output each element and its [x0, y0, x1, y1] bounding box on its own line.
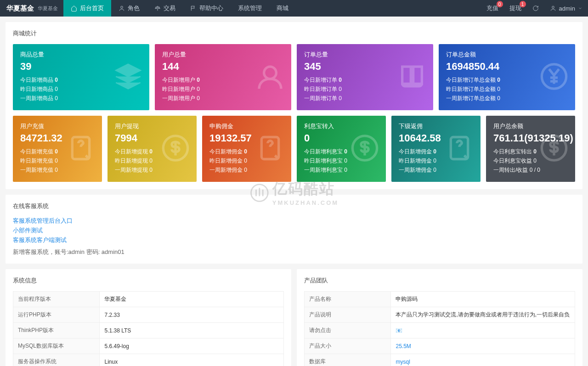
- kf-title: 在线客服系统: [13, 202, 575, 210]
- nav-tabs: 后台首页角色交易帮助中心系统管理商城: [63, 0, 296, 17]
- info-key: 产品说明: [305, 307, 391, 323]
- info-key: 产品名称: [305, 292, 391, 307]
- sysinfo-table: 当前程序版本华夏基金运行PHP版本7.2.33ThinkPHP版本5.1.38 …: [13, 291, 284, 366]
- book-icon: [397, 62, 427, 93]
- info-key: 数据库: [305, 354, 391, 366]
- stat-card: 订单总量345今日新增订单 0昨日新增订单 0一周新增订单 0: [297, 44, 433, 110]
- scale-icon: [154, 5, 161, 11]
- card-title: 申购佣金: [209, 122, 284, 130]
- info-link[interactable]: mysql: [396, 359, 410, 365]
- home-icon: [71, 5, 77, 11]
- user-icon: [255, 62, 285, 93]
- info-link[interactable]: 25.5M: [396, 343, 411, 349]
- stat-card: 利息宝转入0今日新增利息宝 0昨日新增利息宝 0一周新增利息宝 0: [297, 116, 386, 182]
- brand-sub: 华夏基金: [38, 5, 63, 12]
- info-key: 服务器操作系统: [13, 354, 100, 366]
- dollar-icon: [161, 134, 190, 164]
- sysinfo-panel: 系统信息 当前程序版本华夏基金运行PHP版本7.2.33ThinkPHP版本5.…: [6, 269, 291, 366]
- info-value: 申购源码: [391, 292, 575, 307]
- layers-icon: [113, 62, 143, 93]
- stat-card: 商品总量39今日新增商品 0昨日新增商品 0一周新增商品 0: [13, 44, 149, 110]
- stat-row-2: 用户充值84721.32今日新增充值 0昨日新增充值 0一周新增充值 0用户提现…: [13, 116, 575, 182]
- nav-tab-1[interactable]: 角色: [111, 0, 147, 17]
- info-value: 华夏基金: [100, 292, 284, 307]
- stat-card: 订单总金额1694850.44今日新增订单总金额 0昨日新增订单总金额 0一周新…: [439, 44, 575, 110]
- info-key: 请勿点击: [305, 323, 391, 338]
- user-icon: [550, 5, 556, 11]
- user-icon: [119, 5, 125, 11]
- nav-tab-4[interactable]: 系统管理: [231, 0, 269, 17]
- info-value: 本产品只为学习测试交流,请勿要做商业或者用于违法行为,一切后果自负: [391, 307, 575, 323]
- nav-tab-label: 商城: [277, 4, 288, 12]
- recharge-action[interactable]: 充值 0: [481, 0, 504, 17]
- card-title: 用户提现: [115, 122, 189, 130]
- table-row: 请勿点击📧: [305, 323, 575, 338]
- kf-link[interactable]: 小部件测试: [13, 226, 575, 235]
- kf-link[interactable]: 客服系统管理后台入口: [13, 217, 575, 225]
- kf-panel: 在线客服系统 客服系统管理后台入口小部件测试客服系统客户端测试 新增客服系统，账…: [6, 195, 582, 264]
- card-line: 一周新增订单 0: [304, 95, 426, 102]
- topbar: 华夏基金 华夏基金 后台首页角色交易帮助中心系统管理商城 充值 0 提现 1 a…: [0, 0, 588, 17]
- stat-card: 用户充值84721.32今日新增充值 0昨日新增充值 0一周新增充值 0: [13, 116, 102, 182]
- user-menu[interactable]: admin: [544, 0, 588, 17]
- svg-point-0: [121, 6, 123, 8]
- nav-tab-label: 帮助中心: [199, 4, 223, 12]
- nav-tab-label: 角色: [128, 4, 140, 12]
- stat-card: 申购佣金19132.57今日新增佣金 0昨日新增佣金 0一周新增佣金 0: [202, 116, 291, 182]
- dollar-icon: [539, 134, 569, 164]
- card-title: 商品总量: [20, 51, 142, 59]
- nav-tab-3[interactable]: 帮助中心: [183, 0, 231, 17]
- info-value: Linux: [100, 354, 284, 366]
- card-title: 利息宝转入: [304, 122, 379, 130]
- table-row: 产品说明本产品只为学习测试交流,请勿要做商业或者用于违法行为,一切后果自负: [305, 307, 575, 323]
- card-line: 一周新增用户 0: [162, 95, 284, 102]
- dollar-icon: [350, 134, 379, 164]
- info-value: 25.5M: [391, 338, 575, 354]
- card-title: 订单总金额: [446, 51, 568, 59]
- recharge-badge: 0: [497, 1, 503, 7]
- stat-card: 下级返佣10642.58今日新增佣金 0昨日新增佣金 0一周新增佣金 0: [391, 116, 481, 182]
- card-title: 订单总量: [304, 51, 426, 59]
- table-row: MySQL数据库版本5.6.49-log: [13, 338, 284, 354]
- nav-tab-0[interactable]: 后台首页: [63, 0, 111, 17]
- card-line: 一周新增利息宝 0: [304, 166, 379, 174]
- card-title: 下级返佣: [399, 122, 473, 130]
- withdraw-action[interactable]: 提现 1: [504, 0, 527, 17]
- flag-icon: [190, 5, 197, 11]
- stat-card: 用户总余额761.11(91325.19)今日利息宝转出 0今日利息宝收益 0一…: [486, 116, 575, 182]
- team-panel: 产品团队 产品名称申购源码产品说明本产品只为学习测试交流,请勿要做商业或者用于违…: [297, 269, 582, 366]
- card-line: 一周新增商品 0: [20, 95, 142, 102]
- card-title: 用户总余额: [493, 122, 568, 130]
- card-line: 一周转出/收益 0 / 0: [493, 166, 568, 174]
- card-line: 一周新增订单总金额 0: [446, 95, 568, 102]
- docq-icon: [255, 134, 285, 164]
- table-row: 产品大小25.5M: [305, 338, 575, 354]
- info-key: 当前程序版本: [13, 292, 100, 307]
- team-table: 产品名称申购源码产品说明本产品只为学习测试交流,请勿要做商业或者用于违法行为,一…: [304, 291, 575, 366]
- info-key: MySQL数据库版本: [13, 338, 100, 354]
- refresh-action[interactable]: [527, 0, 544, 17]
- card-title: 用户总量: [162, 51, 284, 59]
- nav-tab-label: 系统管理: [238, 4, 262, 12]
- nav-tab-label: 交易: [164, 4, 175, 12]
- stat-row-1: 商品总量39今日新增商品 0昨日新增商品 0一周新增商品 0用户总量144今日新…: [13, 44, 575, 110]
- nav-tab-2[interactable]: 交易: [147, 0, 183, 17]
- kf-note: 新增客服系统，账号:admin 密码: admin01: [13, 248, 575, 256]
- table-row: ThinkPHP版本5.1.38 LTS: [13, 323, 284, 338]
- svg-point-1: [552, 6, 554, 8]
- nav-tab-5[interactable]: 商城: [269, 0, 296, 17]
- yen-icon: [539, 62, 569, 93]
- card-line: 一周新增佣金 0: [399, 166, 473, 174]
- table-row: 运行PHP版本7.2.33: [13, 307, 284, 323]
- table-row: 产品名称申购源码: [305, 292, 575, 307]
- stat-card: 用户总量144今日新增用户 0昨日新增用户 0一周新增用户 0: [155, 44, 291, 110]
- user-label: admin: [559, 5, 575, 12]
- brand: 华夏基金: [0, 4, 40, 13]
- sysinfo-title: 系统信息: [13, 276, 284, 285]
- table-row: 数据库mysql: [305, 354, 575, 366]
- card-line: 一周新增充值 0: [20, 166, 95, 174]
- team-title: 产品团队: [304, 276, 575, 285]
- nav-tab-label: 后台首页: [80, 4, 104, 12]
- kf-link[interactable]: 客服系统客户端测试: [13, 236, 575, 244]
- info-value: 7.2.33: [100, 307, 284, 323]
